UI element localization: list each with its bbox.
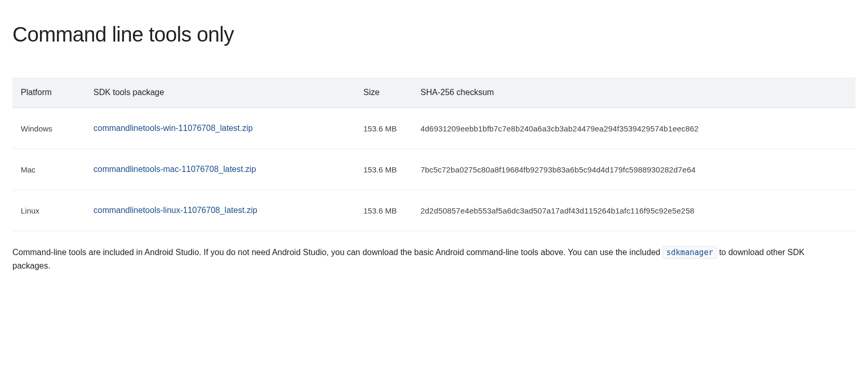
table-header-row: Platform SDK tools package Size SHA-256 … (12, 77, 856, 108)
download-link-mac[interactable]: commandlinetools-mac-11076708_latest.zip (93, 165, 256, 174)
checksum-text: 7bc5c72ba0275c80a8f19684fb92793b83a6b5c9… (421, 165, 696, 174)
cell-platform: Windows (12, 108, 85, 149)
page-title: Command line tools only (12, 23, 856, 46)
downloads-table: Platform SDK tools package Size SHA-256 … (12, 77, 856, 231)
header-size: Size (355, 77, 412, 108)
cell-checksum: 4d6931209eebb1bfb7c7e8b240a6a3cb3ab24479… (412, 108, 856, 149)
table-row: Linux commandlinetools-linux-11076708_la… (12, 190, 856, 231)
description-text-1: Command-line tools are included in Andro… (12, 248, 662, 257)
header-checksum: SHA-256 checksum (412, 77, 856, 108)
cell-platform: Mac (12, 149, 85, 190)
cell-size: 153.6 MB (355, 190, 412, 231)
cell-package: commandlinetools-linux-11076708_latest.z… (85, 190, 355, 231)
checksum-text: 2d2d50857e4eb553af5a6dc3ad507a17adf43d11… (421, 206, 694, 215)
header-platform: Platform (12, 77, 85, 108)
cell-platform: Linux (12, 190, 85, 231)
cell-package: commandlinetools-mac-11076708_latest.zip (85, 149, 355, 190)
table-row: Mac commandlinetools-mac-11076708_latest… (12, 149, 856, 190)
table-row: Windows commandlinetools-win-11076708_la… (12, 108, 856, 149)
cell-checksum: 7bc5c72ba0275c80a8f19684fb92793b83a6b5c9… (412, 149, 856, 190)
cell-size: 153.6 MB (355, 149, 412, 190)
sdkmanager-code[interactable]: sdkmanager (662, 246, 716, 259)
cell-package: commandlinetools-win-11076708_latest.zip (85, 108, 355, 149)
header-package: SDK tools package (85, 77, 355, 108)
download-link-windows[interactable]: commandlinetools-win-11076708_latest.zip (93, 124, 253, 132)
cell-size: 153.6 MB (355, 108, 412, 149)
description-paragraph: Command-line tools are included in Andro… (12, 246, 843, 272)
checksum-text: 4d6931209eebb1bfb7c7e8b240a6a3cb3ab24479… (421, 124, 699, 133)
download-link-linux[interactable]: commandlinetools-linux-11076708_latest.z… (93, 206, 257, 215)
cell-checksum: 2d2d50857e4eb553af5a6dc3ad507a17adf43d11… (412, 190, 856, 231)
